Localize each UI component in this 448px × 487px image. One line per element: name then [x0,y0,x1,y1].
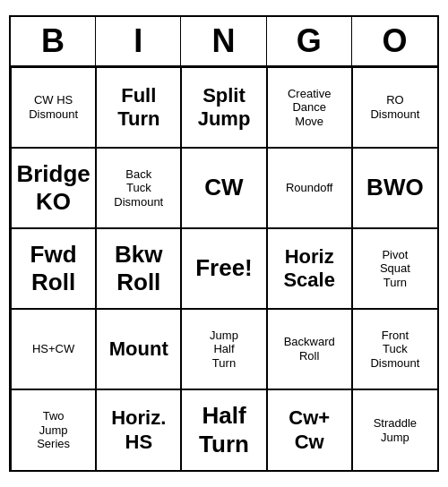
grid-cell: BackwardRoll [267,309,352,389]
cell-text: HalfTurn [199,402,249,457]
grid-cell: Cw+Cw [267,389,352,470]
grid-cell: SplitJump [181,67,266,148]
grid-cell: BWO [352,148,437,228]
grid-cell: FullTurn [96,67,181,148]
cell-text: SplitJump [198,84,251,132]
cell-text: Free! [195,254,253,282]
cell-text: BackTuckDismount [114,167,163,209]
cell-text: CW [204,174,243,201]
grid-cell: BridgeKO [11,148,96,228]
bingo-header: BINGO [11,17,437,67]
grid-cell: BkwRoll [96,228,181,309]
cell-text: CreativeDanceMove [288,87,331,129]
grid-cell: CW [181,148,266,228]
cell-text: BWO [366,174,424,201]
cell-text: BkwRoll [115,241,162,296]
grid-cell: TwoJumpSeries [11,389,96,470]
cell-text: HorizScale [283,245,335,293]
cell-text: JumpHalfTurn [210,329,238,371]
grid-cell: PivotSquatTurn [352,228,437,309]
cell-text: FwdRoll [30,241,77,296]
grid-cell: BackTuckDismount [96,148,181,228]
cell-text: TwoJumpSeries [37,409,70,451]
cell-text: Roundoff [286,181,333,195]
grid-cell: Horiz.HS [96,389,181,470]
bingo-grid: CW HSDismountFullTurnSplitJumpCreativeDa… [11,67,437,470]
bingo-card: BINGO CW HSDismountFullTurnSplitJumpCrea… [9,15,439,472]
grid-cell: HorizScale [267,228,352,309]
cell-text: FrontTuckDismount [370,329,419,371]
cell-text: Mount [109,337,168,361]
cell-text: RODismount [370,93,419,121]
header-letter: I [96,17,181,65]
grid-cell: Free! [181,228,266,309]
grid-cell: FwdRoll [11,228,96,309]
cell-text: CW HSDismount [29,93,78,121]
header-letter: N [181,17,266,65]
cell-text: FullTurn [117,84,159,132]
grid-cell: HS+CW [11,309,96,389]
cell-text: BridgeKO [16,160,90,216]
grid-cell: HalfTurn [181,389,266,470]
grid-cell: RODismount [352,67,437,148]
grid-cell: CW HSDismount [11,67,96,148]
cell-text: Horiz.HS [111,406,166,454]
cell-text: HS+CW [32,342,74,356]
grid-cell: Mount [96,309,181,389]
grid-cell: StraddleJump [352,389,437,470]
cell-text: PivotSquatTurn [380,248,410,290]
cell-text: Cw+Cw [289,406,330,454]
header-letter: B [11,17,96,65]
grid-cell: FrontTuckDismount [352,309,437,389]
grid-cell: CreativeDanceMove [267,67,352,148]
grid-cell: Roundoff [267,148,352,228]
cell-text: StraddleJump [374,416,417,444]
cell-text: BackwardRoll [284,335,335,363]
header-letter: O [352,17,437,65]
grid-cell: JumpHalfTurn [181,309,266,389]
header-letter: G [267,17,352,65]
